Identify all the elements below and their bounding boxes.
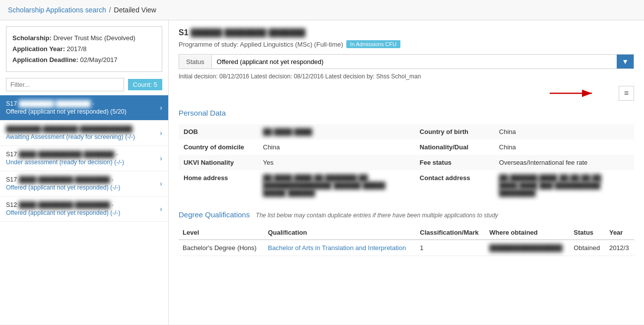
ukvi-label: UKVI Nationality xyxy=(179,155,258,170)
qualifications-table: Level Qualification Classification/Mark … xyxy=(179,226,634,256)
programme-text: Programme of study: Applied Linguistics … xyxy=(179,41,343,48)
list-item[interactable]: S12 ████ ████████ ████████ · Offered (ap… xyxy=(0,196,168,222)
sidebar: Scholarship: Drever Trust Msc (Devolved)… xyxy=(0,20,169,325)
info-box: Scholarship: Drever Trust Msc (Devolved)… xyxy=(6,26,162,72)
status-dropdown-button[interactable]: ▼ xyxy=(617,55,634,68)
country-birth-label: Country of birth xyxy=(415,124,494,139)
fee-label: Fee status xyxy=(415,155,494,170)
year-cell: 2012/3 xyxy=(605,240,634,256)
app-id: S12 xyxy=(6,201,17,208)
app-id-blurred: ████████ ████████ xyxy=(19,100,91,107)
app-status: Awaiting Assessment (ready for screening… xyxy=(6,133,160,140)
personal-data-title: Personal Data xyxy=(179,109,634,119)
personal-data-section: Personal Data DOB ██ ████ ████ Country o… xyxy=(179,109,634,200)
app-title: S1 ██████ ████████ ███████ xyxy=(179,28,306,37)
app-id: S17 xyxy=(6,100,17,107)
hamburger-icon: ≡ xyxy=(624,89,629,97)
list-item[interactable]: S17 ████ ██████████ ███████ · Under asse… xyxy=(0,146,168,171)
filter-input[interactable] xyxy=(6,78,124,91)
app-dot: · xyxy=(92,100,94,107)
col-status: Status xyxy=(570,226,605,240)
app-dot: · xyxy=(112,201,113,208)
scholarship-value: Drever Trust Msc (Devolved) xyxy=(53,34,135,42)
app-content: S12 ████ ████████ ████████ · Offered (ap… xyxy=(6,201,160,216)
status-label: Status xyxy=(179,55,212,68)
level-cell: Bachelor's Degree (Hons) xyxy=(179,240,264,256)
list-item[interactable]: ████████ ████████ ████████████ Awaiting … xyxy=(0,121,168,146)
app-id-row: ████████ ████████ ████████████ xyxy=(6,126,160,132)
table-row: UKVI Nationality Yes Fee status Overseas… xyxy=(179,155,634,170)
app-content: S17 ████ ██████████ ███████ · Under asse… xyxy=(6,151,160,166)
app-status: Offered (applicant not yet responded) (-… xyxy=(6,209,160,216)
app-status: Under assessment (ready for decision) (-… xyxy=(6,159,160,166)
dob-value: ██ ████ ████ xyxy=(258,124,415,139)
where-obtained-cell: ████████████████ xyxy=(485,240,570,256)
app-id-blurred: ████ ████████ ████████ xyxy=(19,201,110,208)
col-where: Where obtained xyxy=(485,226,570,240)
fee-value: Overseas/International fee rate xyxy=(494,155,634,170)
app-content: S17 ████████ ████████ · Offered (applica… xyxy=(6,100,160,115)
qualification-cell: Bachelor of Arts in Translation and Inte… xyxy=(264,240,416,256)
degree-qualifications-section: Degree Qualifications The list below may… xyxy=(179,210,634,256)
app-content: S17 ████ ████████ ████████ · Offered (ap… xyxy=(6,176,160,191)
nationality-label: Nationality/Dual xyxy=(415,139,494,155)
scholarship-row: Scholarship: Drever Trust Msc (Devolved) xyxy=(12,33,156,44)
actions-bar: ≡ xyxy=(179,86,634,101)
breadcrumb: Scholarship Applications search / Detail… xyxy=(0,0,644,20)
scholarship-label: Scholarship: xyxy=(12,34,52,42)
filter-bar: Count: 5 xyxy=(6,78,162,91)
deadline-row: Application Deadline: 02/May/2017 xyxy=(12,55,156,65)
app-id: S17 xyxy=(6,151,17,158)
app-dot: · xyxy=(116,151,118,158)
main-layout: Scholarship: Drever Trust Msc (Devolved)… xyxy=(0,20,644,325)
qualification-link[interactable]: Bachelor of Arts in Translation and Inte… xyxy=(268,244,406,252)
list-item[interactable]: S17 ████ ████████ ████████ · Offered (ap… xyxy=(0,171,168,196)
app-id-blurred: ████ ████████ ████████ xyxy=(19,176,110,183)
menu-button[interactable]: ≡ xyxy=(619,86,634,101)
programme-line: Programme of study: Applied Linguistics … xyxy=(179,40,634,48)
deadline-value: 02/May/2017 xyxy=(80,56,118,64)
year-row: Application Year: 2017/8 xyxy=(12,44,156,55)
status-row: Status Offered (applicant not yet respon… xyxy=(179,54,634,69)
app-dot: · xyxy=(112,176,113,183)
country-dom-value: China xyxy=(258,139,415,155)
admissions-badge: In Admissions CFU xyxy=(346,40,401,48)
country-dom-label: Country of domicile xyxy=(179,139,258,155)
dob-label: DOB xyxy=(179,124,258,139)
degree-qual-subtitle: The list below may contain duplicate ent… xyxy=(256,212,498,219)
app-id-row: S17 ████ ██████████ ███████ · xyxy=(6,151,160,158)
detail-panel: S1 ██████ ████████ ███████ Programme of … xyxy=(169,20,644,325)
degree-qual-title: Degree Qualifications The list below may… xyxy=(179,210,634,221)
nationality-value: China xyxy=(494,139,634,155)
table-row: Bachelor's Degree (Hons) Bachelor of Art… xyxy=(179,240,634,256)
count-badge: Count: 5 xyxy=(128,79,162,90)
app-content: ████████ ████████ ████████████ Awaiting … xyxy=(6,126,160,140)
table-row: Home address ██ ████ ████ ██ ███████ ██ … xyxy=(179,170,634,200)
app-id-row: S17 ████████ ████████ · xyxy=(6,100,160,107)
app-id-blurred: ████ ██████████ ███████ xyxy=(19,151,115,158)
classification-cell: 1 xyxy=(416,240,485,256)
decision-line: Initial decision: 08/12/2016 Latest deci… xyxy=(179,73,634,80)
home-addr-value: ██ ████ ████ ██ ███████ ██ █████████████… xyxy=(258,170,415,200)
col-level: Level xyxy=(179,226,264,240)
col-year: Year xyxy=(605,226,634,240)
detail-content: S1 ██████ ████████ ███████ Programme of … xyxy=(169,20,644,264)
app-id-row: S12 ████ ████████ ████████ · xyxy=(6,201,160,208)
chevron-right-icon: › xyxy=(160,180,162,188)
deadline-label: Application Deadline: xyxy=(12,56,78,64)
app-id-blurred-main: ██████ ████████ ███████ xyxy=(191,28,306,37)
home-addr-label: Home address xyxy=(179,170,258,200)
contact-addr-value: ██ ██████ ████ ██ ██ ██ ██ ████ ████ ███… xyxy=(494,170,634,200)
country-birth-value: China xyxy=(494,124,634,139)
list-item[interactable]: S17 ████████ ████████ · Offered (applica… xyxy=(0,95,168,121)
col-qualification: Qualification xyxy=(264,226,416,240)
application-list: S17 ████████ ████████ · Offered (applica… xyxy=(0,95,168,325)
chevron-right-icon: › xyxy=(160,205,162,213)
app-id-blurred: ████████ ████████ ████████████ xyxy=(6,126,132,132)
status-select[interactable]: Offered (applicant not yet responded) xyxy=(212,55,617,68)
red-arrow-annotation xyxy=(545,83,604,105)
app-id: S17 xyxy=(6,176,17,183)
table-row: Country of domicile China Nationality/Du… xyxy=(179,139,634,155)
breadcrumb-link[interactable]: Scholarship Applications search xyxy=(8,6,106,14)
app-status: Offered (applicant not yet responded) (5… xyxy=(6,108,160,115)
